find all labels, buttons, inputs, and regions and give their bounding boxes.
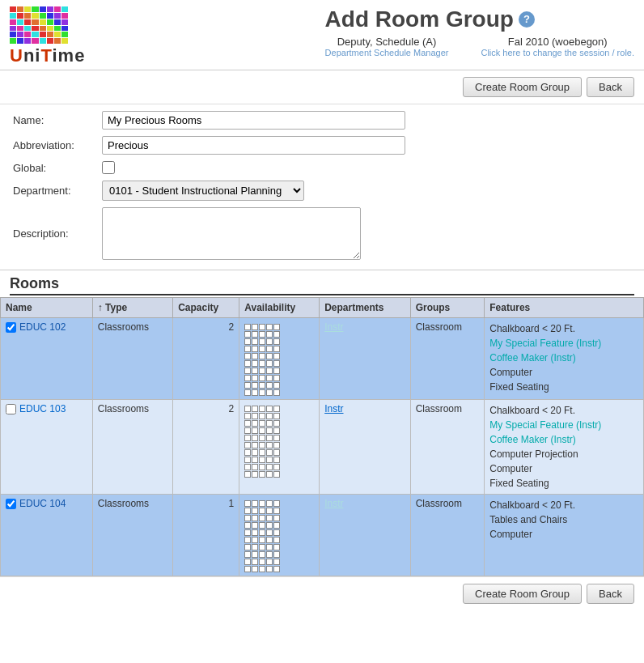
room-name-cell: EDUC 104 — [1, 495, 93, 576]
room-dept-link[interactable]: Instr — [324, 498, 343, 509]
feature-item: Chalkboard < 20 Ft. — [489, 321, 638, 336]
user-name: Deputy, Schedule (A) — [325, 36, 449, 48]
table-row: EDUC 103 Classrooms 2 Instr Classroom Ch… — [1, 400, 644, 495]
rooms-title: Rooms — [10, 275, 634, 295]
room-name-cell: EDUC 103 — [1, 400, 93, 495]
feature-item: Computer — [489, 461, 638, 476]
room-features-cell: Chalkboard < 20 Ft.My Special Feature (I… — [485, 400, 644, 495]
global-label: Global: — [13, 162, 102, 174]
col-name: Name — [1, 298, 93, 318]
room-type-cell: Classrooms — [92, 495, 172, 576]
col-capacity: Capacity — [173, 298, 239, 318]
room-checkbox[interactable] — [6, 404, 16, 414]
room-availability-cell — [239, 400, 320, 495]
name-row: Name: — [13, 111, 631, 130]
room-dept-link[interactable]: Instr — [324, 321, 343, 333]
room-name-link[interactable]: EDUC 102 — [19, 321, 66, 333]
room-capacity-cell: 2 — [173, 318, 239, 400]
room-dept-cell: Instr — [320, 495, 410, 576]
back-button-bottom[interactable]: Back — [587, 584, 634, 604]
abbrev-input[interactable] — [102, 136, 405, 155]
room-dept-cell: Instr — [320, 400, 410, 495]
feature-item: My Special Feature (Instr) — [489, 336, 638, 351]
abbrev-label: Abbreviation: — [13, 139, 102, 151]
room-checkbox[interactable] — [6, 322, 16, 333]
table-row: EDUC 104 Classrooms 1 Instr Classroom Ch… — [1, 495, 644, 576]
form-section: Name: Abbreviation: Global: Department: … — [0, 104, 644, 270]
feature-item: Fixed Seating — [489, 380, 638, 394]
col-groups: Groups — [410, 298, 485, 318]
room-group-cell: Classroom — [410, 495, 485, 576]
room-dept-link[interactable]: Instr — [324, 403, 343, 414]
room-name-link[interactable]: EDUC 104 — [19, 498, 66, 509]
dept-select[interactable]: 0101 - Student Instructional Planning — [102, 181, 304, 201]
name-input[interactable] — [102, 111, 405, 130]
room-group-cell: Classroom — [410, 400, 485, 495]
create-room-group-button-top[interactable]: Create Room Group — [463, 77, 582, 97]
desc-label: Description: — [13, 227, 102, 240]
col-availability: Availability — [239, 298, 320, 318]
page-title: Add Room Group ? — [325, 6, 634, 32]
feature-item: Coffee Maker (Instr) — [489, 351, 638, 365]
name-label: Name: — [13, 114, 102, 126]
room-name-link[interactable]: EDUC 103 — [19, 403, 66, 414]
table-header-row: Name ↑ Type Capacity Availability Depart… — [1, 298, 644, 318]
help-icon[interactable]: ? — [519, 11, 535, 28]
room-type-cell: Classrooms — [92, 318, 172, 400]
dept-label: Department: — [13, 185, 102, 197]
feature-item: Computer — [489, 365, 638, 380]
header-right: Add Room Group ? Deputy, Schedule (A) De… — [325, 6, 634, 57]
room-checkbox[interactable] — [6, 499, 16, 509]
room-features-cell: Chalkboard < 20 Ft.My Special Feature (I… — [485, 318, 644, 400]
col-type[interactable]: ↑ Type — [92, 298, 172, 318]
feature-item: Computer Projection — [489, 447, 638, 461]
room-capacity-cell: 1 — [173, 495, 239, 576]
top-toolbar: Create Room Group Back — [0, 70, 644, 104]
rooms-table: Name ↑ Type Capacity Availability Depart… — [0, 297, 644, 576]
feature-item: Chalkboard < 20 Ft. — [489, 498, 638, 512]
abbrev-row: Abbreviation: — [13, 136, 631, 155]
feature-item: Computer — [489, 527, 638, 542]
room-availability-cell — [239, 318, 320, 400]
page-header: UniTime Add Room Group ? Deputy, Schedul… — [0, 0, 644, 70]
logo-area: UniTime — [10, 6, 85, 66]
col-features: Features — [485, 298, 644, 318]
desc-row: Description: — [13, 207, 631, 260]
back-button-top[interactable]: Back — [587, 77, 634, 97]
feature-item: My Special Feature (Instr) — [489, 418, 638, 432]
room-availability-cell — [239, 495, 320, 576]
room-group-cell: Classroom — [410, 318, 485, 400]
desc-textarea[interactable] — [102, 207, 361, 260]
session-block[interactable]: Fal 2010 (woebegon) Click here to change… — [481, 36, 634, 57]
table-row: EDUC 102 Classrooms 2 Instr Classroom Ch… — [1, 318, 644, 400]
session-action: Click here to change the session / role. — [481, 48, 634, 57]
logo-text: UniTime — [10, 45, 85, 66]
logo-image — [10, 6, 68, 44]
user-role: Department Schedule Manager — [325, 48, 449, 57]
room-name-cell: EDUC 102 — [1, 318, 93, 400]
room-dept-cell: Instr — [320, 318, 410, 400]
col-departments: Departments — [320, 298, 410, 318]
global-row: Global: — [13, 161, 631, 174]
bottom-toolbar: Create Room Group Back — [0, 576, 644, 610]
global-checkbox[interactable] — [102, 161, 115, 174]
feature-item: Coffee Maker (Instr) — [489, 432, 638, 447]
session-info: Deputy, Schedule (A) Department Schedule… — [325, 36, 634, 57]
user-block: Deputy, Schedule (A) Department Schedule… — [325, 36, 449, 57]
feature-item: Chalkboard < 20 Ft. — [489, 403, 638, 418]
dept-row: Department: 0101 - Student Instructional… — [13, 181, 631, 201]
feature-item: Fixed Seating — [489, 476, 638, 491]
room-type-cell: Classrooms — [92, 400, 172, 495]
feature-item: Tables and Chairs — [489, 512, 638, 527]
room-capacity-cell: 2 — [173, 400, 239, 495]
rooms-section-header: Rooms — [0, 270, 644, 297]
session-name: Fal 2010 (woebegon) — [481, 36, 634, 48]
room-features-cell: Chalkboard < 20 Ft.Tables and ChairsComp… — [485, 495, 644, 576]
create-room-group-button-bottom[interactable]: Create Room Group — [463, 584, 582, 604]
